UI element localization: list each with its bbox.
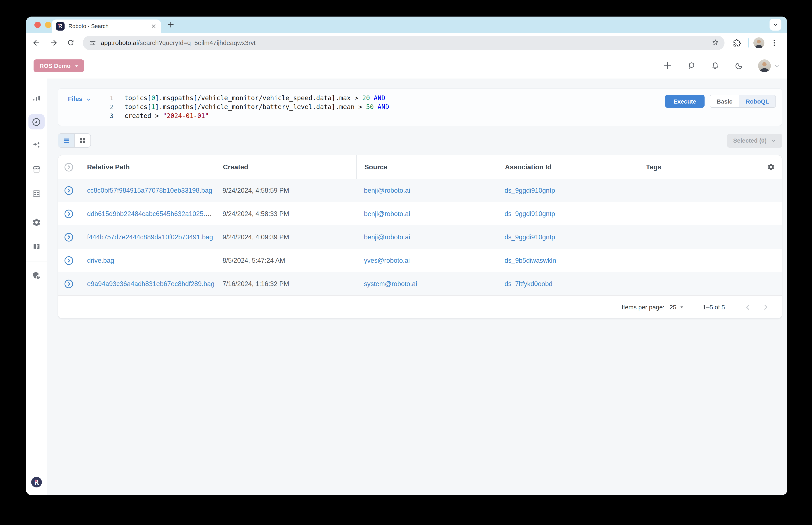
relative-path-link[interactable]: cc8c0bf57f984915a77078b10eb33198.bag xyxy=(87,186,212,194)
execute-button[interactable]: Execute xyxy=(665,95,705,108)
new-tab-button[interactable] xyxy=(167,21,175,28)
sidebar-divider xyxy=(26,208,47,208)
roboto-logo: R xyxy=(30,476,42,490)
sidebar-item-marketplace[interactable] xyxy=(28,161,45,178)
association-id-link[interactable]: ds_7ltfykd0oobd xyxy=(504,280,552,287)
created-cell: 9/24/2024, 4:58:59 PM xyxy=(215,186,356,194)
tab-close-icon[interactable] xyxy=(150,23,157,29)
sidebar-item-docs[interactable] xyxy=(28,238,45,255)
expand-all-icon[interactable] xyxy=(64,162,74,172)
source-link[interactable]: benji@roboto.ai xyxy=(364,186,410,194)
created-cell: 9/24/2024, 4:58:33 PM xyxy=(215,210,356,217)
query-scope-dropdown[interactable]: Files xyxy=(58,94,102,121)
browser-profile-avatar[interactable] xyxy=(753,37,765,48)
code-editor[interactable]: 1topics[0].msgpaths[/vehicle_monitor/veh… xyxy=(102,94,658,121)
browser-menu-button[interactable] xyxy=(767,35,781,50)
bookmark-star-icon[interactable] xyxy=(711,39,720,47)
back-button[interactable] xyxy=(29,35,44,50)
line-number: 1 xyxy=(102,94,113,103)
forward-arrow-icon xyxy=(49,39,58,47)
forward-button[interactable] xyxy=(46,35,61,50)
mode-roboql-button[interactable]: RoboQL xyxy=(739,95,776,107)
chevron-down-icon xyxy=(772,21,779,28)
org-selector-label: ROS Demo xyxy=(40,62,71,69)
association-id-link[interactable]: ds_9ggdi910gntp xyxy=(504,186,555,194)
table-row: e9a94a93c36a4adb831eb67ec8bdf289.bag7/16… xyxy=(58,272,782,295)
window-minimize-button[interactable] xyxy=(45,21,51,28)
mode-basic-button[interactable]: Basic xyxy=(710,95,739,107)
association-id-link[interactable]: ds_9b5diwaswkln xyxy=(504,257,556,264)
row-expand-button[interactable] xyxy=(64,279,74,289)
row-expand-button[interactable] xyxy=(64,255,74,266)
selected-dropdown-button[interactable]: Selected (0) xyxy=(727,134,782,148)
relative-path-link[interactable]: drive.bag xyxy=(87,257,114,264)
url-bar[interactable]: app.roboto.ai/search?queryId=q_5eilm47ij… xyxy=(83,35,724,50)
site-settings-icon[interactable] xyxy=(89,39,97,46)
table-settings-gear-icon[interactable] xyxy=(767,163,775,171)
selected-label: Selected (0) xyxy=(733,137,767,144)
code-line[interactable]: 2topics[1].msgpaths[/vehicle_monitor/bat… xyxy=(102,103,658,111)
chevron-down-icon xyxy=(86,97,91,102)
grid-view-button[interactable] xyxy=(74,134,90,147)
browser-tab[interactable]: R Roboto - Search xyxy=(52,19,161,33)
association-id-link[interactable]: ds_9ggdi910gntp xyxy=(504,210,555,217)
view-toggle xyxy=(58,133,91,148)
row-expand-chevron-icon xyxy=(64,185,74,195)
table-row: cc8c0bf57f984915a77078b10eb33198.bag9/24… xyxy=(58,179,782,202)
sidebar-item-analytics[interactable] xyxy=(28,90,45,107)
source-link[interactable]: benji@roboto.ai xyxy=(364,233,410,240)
column-header-source: Source xyxy=(356,155,497,179)
caret-down-icon xyxy=(679,305,684,310)
chevron-right-icon xyxy=(762,303,770,311)
org-selector-button[interactable]: ROS Demo xyxy=(33,59,84,72)
chevron-left-icon xyxy=(744,303,752,311)
source-link[interactable]: benji@roboto.ai xyxy=(364,210,410,217)
notifications-button[interactable] xyxy=(710,61,720,71)
row-expand-button[interactable] xyxy=(64,185,74,195)
caret-down-icon xyxy=(74,63,79,68)
chevron-down-icon xyxy=(771,138,776,143)
source-link[interactable]: yves@roboto.ai xyxy=(364,257,410,264)
next-page-button[interactable] xyxy=(760,301,772,313)
row-expand-chevron-icon xyxy=(64,255,74,266)
table-row: drive.bag8/5/2024, 5:47:24 AMyves@roboto… xyxy=(58,249,782,272)
relative-path-link[interactable]: e9a94a93c36a4adb831eb67ec8bdf289.bag xyxy=(87,280,215,287)
code-line[interactable]: 3created > "2024-01-01" xyxy=(102,111,658,121)
moon-icon xyxy=(734,61,744,71)
row-expand-chevron-icon xyxy=(64,209,74,219)
association-id-link[interactable]: ds_9ggdi910gntp xyxy=(504,233,555,240)
row-expand-button[interactable] xyxy=(64,209,74,219)
column-header-tags: Tags xyxy=(646,163,661,171)
relative-path-link[interactable]: f444b757d7e2444c889da10f02b73491.bag xyxy=(87,233,213,240)
created-cell: 8/5/2024, 5:47:24 AM xyxy=(215,257,356,264)
user-menu[interactable] xyxy=(758,59,780,72)
window-close-button[interactable] xyxy=(34,21,41,28)
browser-toolbar: app.roboto.ai/search?queryId=q_5eilm47ij… xyxy=(26,33,787,53)
extensions-button[interactable] xyxy=(729,35,744,50)
previous-page-button[interactable] xyxy=(742,301,754,313)
book-icon xyxy=(32,242,41,251)
source-link[interactable]: system@roboto.ai xyxy=(364,280,417,287)
row-expand-button[interactable] xyxy=(64,232,74,242)
sidebar-item-datasets[interactable] xyxy=(28,185,45,202)
app-top-bar: ROS Demo xyxy=(26,53,787,78)
dark-mode-toggle[interactable] xyxy=(734,61,744,71)
chevron-down-icon xyxy=(774,63,780,69)
items-per-page-select[interactable]: 25 xyxy=(669,304,684,311)
relative-path-link[interactable]: ddb615d9bb22484cabc6545b632a1025.bag xyxy=(87,210,215,217)
search-button[interactable] xyxy=(687,61,696,71)
reload-button[interactable] xyxy=(63,35,78,50)
sidebar-item-explore[interactable] xyxy=(28,114,44,130)
toolbar-separator xyxy=(748,38,749,47)
sidebar-item-settings[interactable] xyxy=(28,214,45,231)
sidebar-item-admin[interactable] xyxy=(28,267,45,284)
list-view-button[interactable] xyxy=(58,134,74,147)
code-lines: 1topics[0].msgpaths[/vehicle_monitor/veh… xyxy=(102,94,658,121)
sidebar-item-ai[interactable] xyxy=(28,137,45,154)
row-expand-chevron-icon xyxy=(64,279,74,289)
three-dot-menu-icon xyxy=(770,39,778,46)
code-line[interactable]: 1topics[0].msgpaths[/vehicle_monitor/veh… xyxy=(102,94,658,103)
tab-search-button[interactable] xyxy=(769,19,781,31)
create-new-button[interactable] xyxy=(663,61,672,71)
user-avatar[interactable] xyxy=(758,59,771,72)
